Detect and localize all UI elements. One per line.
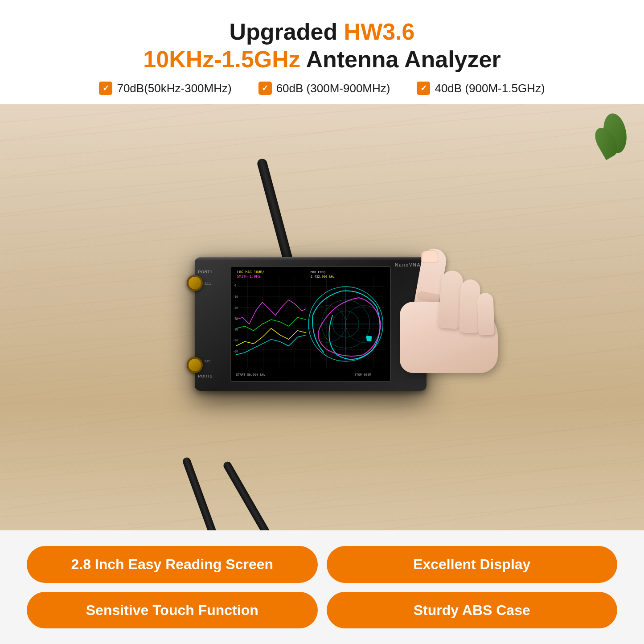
device-screen: LOG MAG 10dB/ SMITH 1.0FS MKR FREQ 1 432… bbox=[230, 266, 391, 382]
header-section: Upgraded HW3.6 10KHz-1.5GHz Antenna Anal… bbox=[0, 0, 644, 104]
features-section: 2.8 Inch Easy Reading Screen Excellent D… bbox=[0, 530, 644, 644]
finger3 bbox=[459, 279, 480, 333]
title-line1: Upgraded HW3.6 bbox=[27, 18, 617, 45]
svg-text:-30: -30 bbox=[232, 317, 238, 320]
device-wrapper: PORT1 S11 S21 PORT2 bbox=[195, 257, 427, 391]
feature-badge-touch: Sensitive Touch Function bbox=[27, 592, 318, 628]
checkbox-icon-2: ✓ bbox=[258, 82, 272, 95]
svg-text:-60: -60 bbox=[232, 350, 238, 353]
s11-label: S11 bbox=[205, 282, 212, 286]
checkbox-icon-1: ✓ bbox=[99, 82, 112, 95]
svg-text:-10: -10 bbox=[232, 295, 238, 299]
fingernail bbox=[421, 250, 438, 263]
hand-shape bbox=[391, 248, 516, 364]
feature-badge-display: Excellent Display bbox=[327, 546, 618, 582]
title-highlight: HW3.6 bbox=[344, 19, 415, 45]
spec-label-2: 60dB (300M-900MHz) bbox=[276, 82, 390, 95]
s21-label: S21 bbox=[205, 359, 212, 363]
port1-label: PORT1 bbox=[198, 270, 213, 274]
spec-label-1: 70dB(50kHz-300MHz) bbox=[117, 82, 231, 95]
title-suffix: Antenna Analyzer bbox=[300, 46, 501, 72]
title-prefix: Upgraded bbox=[229, 19, 344, 45]
feature-badge-case: Sturdy ABS Case bbox=[327, 592, 618, 628]
svg-text:1 432.000 kHz: 1 432.000 kHz bbox=[311, 275, 335, 279]
feature-screen-text: 2.8 Inch Easy Reading Screen bbox=[71, 556, 273, 573]
spec-item-1: ✓ 70dB(50kHz-300MHz) bbox=[99, 82, 231, 95]
page-container: Upgraded HW3.6 10KHz-1.5GHz Antenna Anal… bbox=[0, 0, 644, 644]
plant-decoration bbox=[595, 113, 631, 167]
finger4 bbox=[477, 292, 494, 335]
feature-display-text: Excellent Display bbox=[413, 556, 530, 573]
svg-text:SMITH 1.0FS: SMITH 1.0FS bbox=[237, 275, 260, 279]
svg-text:LOG MAG 10dB/: LOG MAG 10dB/ bbox=[237, 270, 264, 274]
svg-text:-20: -20 bbox=[232, 306, 238, 310]
screen-display: LOG MAG 10dB/ SMITH 1.0FS MKR FREQ 1 432… bbox=[231, 267, 390, 381]
port1-connector bbox=[187, 275, 203, 291]
checkbox-icon-3: ✓ bbox=[417, 82, 430, 95]
spec-item-3: ✓ 40dB (900M-1.5GHz) bbox=[417, 82, 545, 95]
svg-text:STOP 900M: STOP 900M bbox=[354, 373, 371, 377]
feature-badge-screen: 2.8 Inch Easy Reading Screen bbox=[27, 546, 318, 582]
svg-text:-50: -50 bbox=[232, 339, 238, 342]
product-image-section: PORT1 S11 S21 PORT2 bbox=[0, 104, 644, 530]
port2-label: PORT2 bbox=[198, 374, 213, 378]
svg-text:-0: -0 bbox=[232, 284, 236, 287]
title-line2: 10KHz-1.5GHz Antenna Analyzer bbox=[27, 45, 617, 73]
port2-connector bbox=[187, 357, 203, 373]
feature-touch-text: Sensitive Touch Function bbox=[86, 602, 258, 619]
svg-text:-40: -40 bbox=[232, 328, 238, 332]
svg-text:MKR FREQ: MKR FREQ bbox=[311, 271, 325, 274]
title-freq: 10KHz-1.5GHz bbox=[143, 46, 300, 72]
feature-case-text: Sturdy ABS Case bbox=[414, 602, 530, 619]
spec-label-3: 40dB (900M-1.5GHz) bbox=[435, 82, 545, 95]
spec-item-2: ✓ 60dB (300M-900MHz) bbox=[258, 82, 390, 95]
specs-row: ✓ 70dB(50kHz-300MHz) ✓ 60dB (300M-900MHz… bbox=[27, 82, 617, 95]
svg-text:START 50.000 kHz: START 50.000 kHz bbox=[236, 373, 265, 377]
